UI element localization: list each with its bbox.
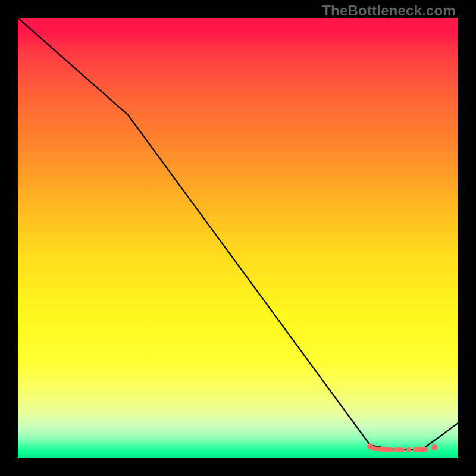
svg-line-4 xyxy=(415,449,426,450)
chart-overlay xyxy=(18,18,458,458)
watermark-text: TheBottleneck.com xyxy=(322,2,456,19)
svg-line-1 xyxy=(374,449,392,450)
svg-point-5 xyxy=(431,444,437,450)
svg-point-3 xyxy=(406,447,411,452)
optimal-region-markers xyxy=(367,443,437,452)
chart-container: TheBottleneck.com xyxy=(0,0,476,476)
plot-area xyxy=(18,18,458,458)
bottleneck-curve xyxy=(18,18,458,450)
